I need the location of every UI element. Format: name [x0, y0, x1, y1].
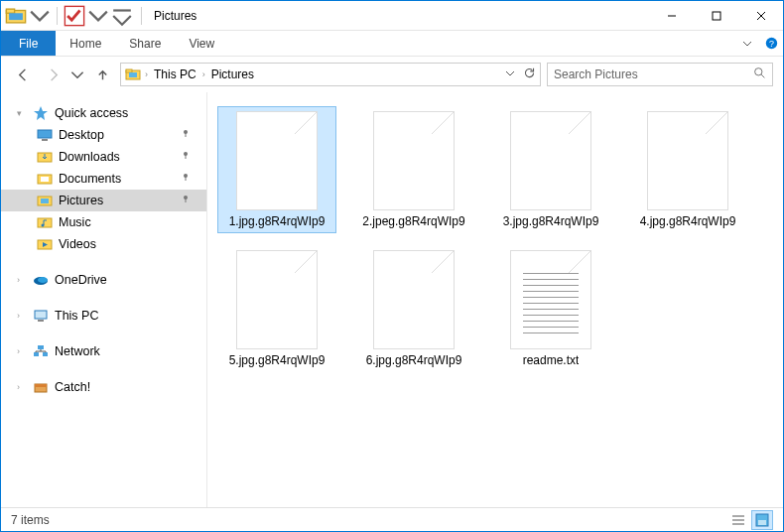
sidebar-quick-access[interactable]: ▾ Quick access	[1, 102, 206, 124]
file-thumbnail	[373, 250, 455, 349]
sidebar-item-label: Documents	[59, 172, 121, 186]
sidebar-item-onedrive[interactable]: ›OneDrive	[1, 269, 206, 291]
search-input[interactable]: Search Pictures	[547, 63, 773, 86]
file-item[interactable]: readme.txt	[491, 245, 610, 372]
file-name: 4.jpg.g8R4rqWIp9	[640, 214, 736, 228]
navigation-sidebar: ▾ Quick access DesktopDownloadsDocuments…	[1, 92, 207, 507]
svg-text:?: ?	[769, 39, 774, 49]
tab-home[interactable]: Home	[56, 31, 115, 56]
file-thumbnail	[510, 250, 591, 349]
sidebar-item-label: Catch!	[55, 380, 90, 394]
svg-rect-40	[34, 352, 39, 356]
svg-rect-2	[9, 13, 23, 20]
breadcrumb-item[interactable]: Pictures	[209, 67, 256, 81]
details-view-button[interactable]	[727, 510, 749, 530]
file-name: readme.txt	[523, 353, 580, 367]
file-item[interactable]: 3.jpg.g8R4rqWIp9	[491, 106, 610, 233]
explorer-icon	[5, 5, 27, 27]
ribbon-expand-icon[interactable]	[735, 31, 759, 56]
divider	[141, 7, 142, 25]
svg-rect-49	[758, 520, 766, 525]
expand-icon[interactable]: ›	[17, 346, 27, 356]
svg-rect-4	[113, 9, 131, 11]
back-button[interactable]	[11, 63, 35, 86]
svg-rect-39	[38, 320, 44, 322]
file-thumbnail	[236, 250, 318, 349]
sidebar-item-label: This PC	[55, 309, 98, 323]
file-item[interactable]: 5.jpg.g8R4rqWIp9	[217, 245, 336, 372]
window-title: Pictures	[154, 9, 196, 23]
file-grid[interactable]: 1.jpg.g8R4rqWIp92.jpeg.g8R4rqWIp93.jpg.g…	[207, 92, 783, 507]
svg-marker-16	[34, 106, 48, 120]
address-dropdown-icon[interactable]	[505, 67, 515, 81]
svg-rect-44	[35, 384, 47, 387]
sidebar-item-videos[interactable]: Videos	[1, 233, 206, 255]
up-button[interactable]	[90, 63, 114, 86]
tab-share[interactable]: Share	[115, 31, 175, 56]
svg-line-15	[761, 74, 764, 77]
maximize-button[interactable]	[694, 1, 738, 30]
pictures-icon	[125, 66, 141, 82]
videos-icon	[37, 236, 53, 252]
recent-dropdown-icon[interactable]	[70, 63, 84, 86]
file-name: 1.jpg.g8R4rqWIp9	[229, 214, 326, 228]
qat-overflow-icon[interactable]	[111, 5, 133, 27]
file-item[interactable]: 6.jpg.g8R4rqWIp9	[354, 245, 473, 372]
chevron-right-icon[interactable]: ›	[202, 69, 205, 79]
item-count: 7 items	[11, 513, 50, 527]
expand-icon[interactable]: ›	[17, 275, 27, 285]
tab-view[interactable]: View	[175, 31, 228, 56]
svg-rect-41	[43, 352, 48, 356]
file-thumbnail	[236, 111, 318, 210]
search-placeholder: Search Pictures	[554, 67, 638, 81]
sidebar-item-network[interactable]: ›Network	[1, 340, 206, 362]
svg-rect-23	[186, 154, 187, 159]
sidebar-item-pictures[interactable]: Pictures	[1, 190, 206, 211]
file-thumbnail	[373, 111, 455, 210]
svg-rect-42	[38, 345, 44, 349]
thumbnails-view-button[interactable]	[751, 510, 773, 530]
chevron-right-icon[interactable]: ›	[145, 69, 148, 79]
expand-icon[interactable]: ›	[17, 382, 27, 392]
svg-rect-6	[713, 12, 720, 20]
svg-rect-27	[186, 176, 187, 181]
svg-rect-31	[186, 198, 187, 202]
desktop-icon	[37, 127, 53, 143]
sidebar-item-thispc[interactable]: ›This PC	[1, 305, 206, 327]
help-icon[interactable]: ?	[759, 31, 783, 56]
sidebar-item-catch[interactable]: ›Catch!	[1, 376, 206, 398]
sidebar-item-downloads[interactable]: Downloads	[1, 146, 206, 168]
forward-button[interactable]	[41, 63, 65, 86]
qat-dropdown-icon[interactable]	[29, 5, 51, 27]
refresh-icon[interactable]	[523, 66, 536, 82]
file-item[interactable]: 2.jpeg.g8R4rqWIp9	[354, 106, 473, 233]
main-area: ▾ Quick access DesktopDownloadsDocuments…	[1, 92, 783, 507]
svg-rect-38	[35, 311, 47, 319]
file-tab[interactable]: File	[1, 31, 56, 56]
close-button[interactable]	[738, 1, 783, 30]
file-item[interactable]: 1.jpg.g8R4rqWIp9	[217, 106, 336, 233]
pin-icon	[181, 173, 191, 185]
star-icon	[33, 105, 49, 121]
sidebar-item-label: Quick access	[55, 106, 128, 120]
qat-dropdown-icon[interactable]	[87, 5, 109, 27]
svg-rect-18	[42, 139, 48, 141]
divider	[57, 7, 58, 25]
sidebar-item-music[interactable]: Music	[1, 211, 206, 233]
onedrive-icon	[33, 272, 49, 288]
file-item[interactable]: 4.jpg.g8R4rqWIp9	[628, 106, 747, 233]
pictures-icon	[37, 193, 53, 208]
minimize-button[interactable]	[649, 1, 694, 30]
sidebar-item-desktop[interactable]: Desktop	[1, 124, 206, 146]
network-icon	[33, 343, 49, 359]
properties-checkbox-icon[interactable]	[64, 5, 85, 27]
address-bar[interactable]: › This PC › Pictures	[120, 63, 541, 86]
breadcrumb-item[interactable]: This PC	[152, 67, 198, 81]
collapse-icon[interactable]: ▾	[17, 108, 27, 118]
file-thumbnail	[510, 111, 591, 210]
sidebar-item-label: Downloads	[59, 150, 120, 164]
expand-icon[interactable]: ›	[17, 311, 27, 321]
sidebar-item-documents[interactable]: Documents	[1, 168, 206, 190]
navigation-row: › This PC › Pictures Search Pictures	[1, 57, 783, 92]
status-bar: 7 items	[1, 507, 783, 531]
